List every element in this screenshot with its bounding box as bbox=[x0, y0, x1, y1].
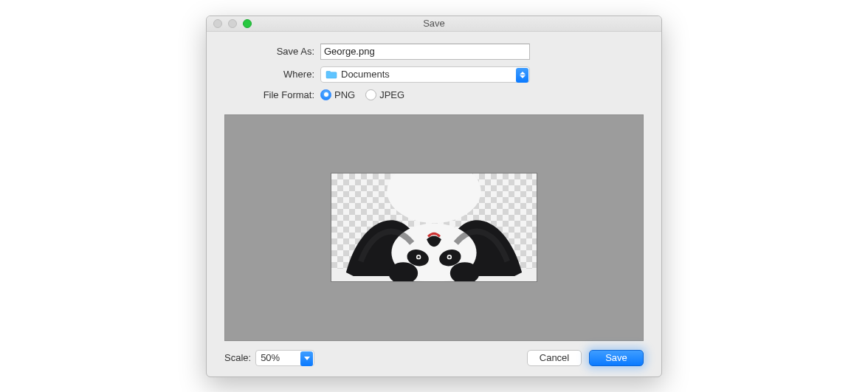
scale-value: 50% bbox=[261, 352, 280, 363]
window-title: Save bbox=[207, 18, 661, 29]
save-as-input[interactable] bbox=[320, 44, 530, 60]
cancel-button[interactable]: Cancel bbox=[527, 350, 582, 366]
footer: Scale: 50% Cancel Save bbox=[207, 341, 661, 376]
form-area: Save As: Where: Documents File Format: bbox=[207, 32, 661, 114]
format-radio-jpeg[interactable]: JPEG bbox=[365, 89, 404, 100]
where-value: Documents bbox=[341, 69, 390, 80]
format-radio-png-label: PNG bbox=[334, 89, 355, 100]
where-select[interactable]: Documents bbox=[320, 66, 530, 83]
format-radio-png[interactable]: PNG bbox=[320, 89, 355, 100]
preview-image bbox=[331, 173, 537, 282]
scale-label: Scale: bbox=[224, 352, 251, 363]
where-row: Where: Documents bbox=[224, 66, 644, 83]
file-format-label: File Format: bbox=[224, 89, 314, 100]
window-close-button[interactable] bbox=[213, 19, 222, 28]
svg-point-9 bbox=[448, 256, 450, 258]
select-stepper-icon bbox=[516, 68, 528, 83]
window-traffic-lights bbox=[207, 19, 252, 28]
where-label: Where: bbox=[224, 69, 314, 80]
folder-icon bbox=[326, 70, 337, 79]
radio-dot-icon bbox=[365, 89, 376, 100]
preview-thumbnail bbox=[331, 173, 537, 282]
save-as-row: Save As: bbox=[224, 44, 644, 60]
save-dialog: Save Save As: Where: Documents File bbox=[206, 16, 662, 377]
svg-point-8 bbox=[418, 256, 420, 258]
save-button[interactable]: Save bbox=[589, 350, 644, 366]
scale-select[interactable]: 50% bbox=[255, 350, 314, 366]
preview-area bbox=[224, 114, 644, 341]
window-zoom-button[interactable] bbox=[243, 19, 252, 28]
chevron-down-icon bbox=[300, 351, 313, 366]
file-format-row: File Format: PNG JPEG bbox=[224, 89, 644, 100]
format-radio-jpeg-label: JPEG bbox=[379, 89, 404, 100]
radio-dot-icon bbox=[320, 89, 331, 100]
save-as-label: Save As: bbox=[224, 46, 314, 57]
window-minimize-button[interactable] bbox=[228, 19, 237, 28]
file-format-radios: PNG JPEG bbox=[320, 89, 404, 100]
titlebar: Save bbox=[207, 16, 661, 32]
